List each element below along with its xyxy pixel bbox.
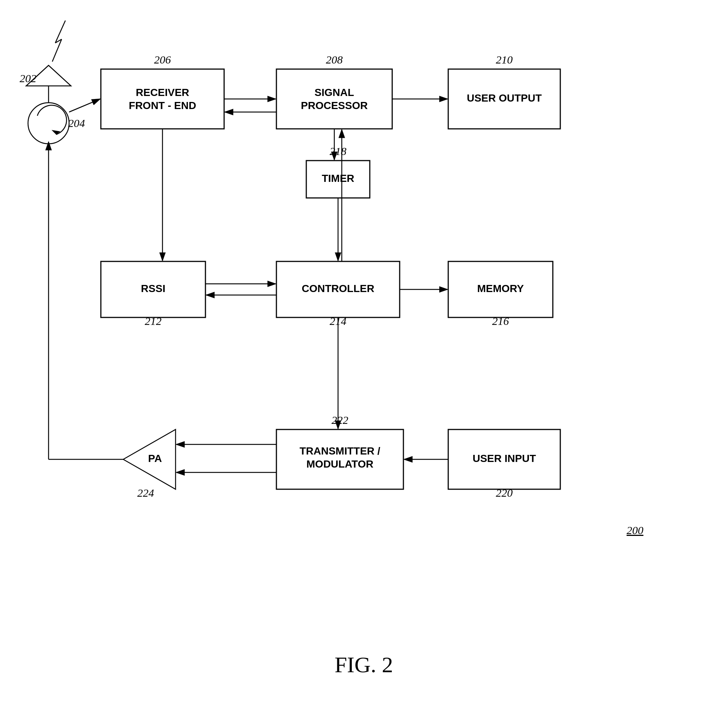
arrow-circ-to-rfe bbox=[69, 99, 100, 112]
timer-label: TIMER bbox=[321, 173, 354, 184]
svg-line-2 bbox=[52, 39, 62, 62]
diagram-container: 202 204 RECEIVER FRONT - END 206 SIGNAL … bbox=[0, 0, 728, 726]
ref-220: 220 bbox=[496, 487, 513, 499]
ref-202: 202 bbox=[20, 72, 37, 84]
user-input-label: USER INPUT bbox=[473, 452, 536, 464]
ref-222: 222 bbox=[332, 414, 349, 426]
fig-caption: FIG. 2 bbox=[335, 653, 393, 677]
signal-processor-label: SIGNAL bbox=[315, 87, 354, 98]
receiver-frontend-label2: FRONT - END bbox=[129, 100, 196, 111]
transmitter-label: TRANSMITTER / bbox=[300, 445, 380, 457]
rssi-label: RSSI bbox=[141, 283, 165, 294]
ref-224: 224 bbox=[138, 487, 154, 499]
user-output-label: USER OUTPUT bbox=[467, 92, 542, 104]
signal-processor-label2: PROCESSOR bbox=[301, 100, 368, 111]
transmitter-label2: MODULATOR bbox=[306, 458, 373, 470]
signal-processor-block bbox=[277, 69, 392, 129]
pa-label: PA bbox=[148, 452, 162, 464]
ref-208: 208 bbox=[326, 53, 343, 66]
circulator bbox=[28, 103, 69, 144]
svg-marker-5 bbox=[52, 130, 61, 135]
receiver-frontend-block bbox=[101, 69, 224, 129]
ref-206: 206 bbox=[154, 53, 171, 66]
controller-label: CONTROLLER bbox=[302, 283, 374, 294]
ref-200: 200 bbox=[627, 524, 644, 536]
ref-216: 216 bbox=[492, 315, 509, 327]
ref-210: 210 bbox=[496, 53, 513, 66]
ref-218: 218 bbox=[330, 145, 347, 157]
receiver-frontend-label: RECEIVER bbox=[136, 87, 189, 98]
ref-204: 204 bbox=[68, 117, 85, 129]
ref-212: 212 bbox=[145, 315, 162, 327]
memory-label: MEMORY bbox=[477, 283, 524, 294]
